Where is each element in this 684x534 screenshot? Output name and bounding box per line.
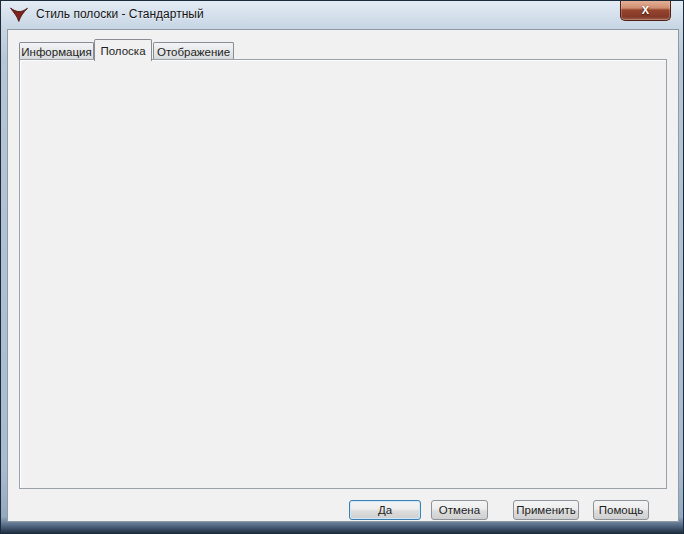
app-logo-icon [9,5,29,25]
close-button[interactable]: X [620,0,671,21]
help-button[interactable]: Помощь [593,500,649,520]
tab-display[interactable]: Отображение [153,42,234,60]
tab-information[interactable]: Информация [19,42,94,60]
yes-button[interactable]: Да [349,500,421,520]
tab-page-band [19,59,667,489]
dialog-window: Стиль полоски - Стандартный X Информация… [0,0,684,534]
cancel-button[interactable]: Отмена [431,500,488,520]
tab-display-label: Отображение [157,46,230,58]
close-icon: X [642,5,649,16]
window-title: Стиль полоски - Стандартный [36,7,204,21]
tab-band-label: Полоска [100,45,145,57]
titlebar[interactable]: Стиль полоски - Стандартный [8,3,676,28]
apply-button[interactable]: Применить [513,500,579,520]
tab-band[interactable]: Полоска [94,39,152,61]
tab-information-label: Информация [21,46,91,58]
